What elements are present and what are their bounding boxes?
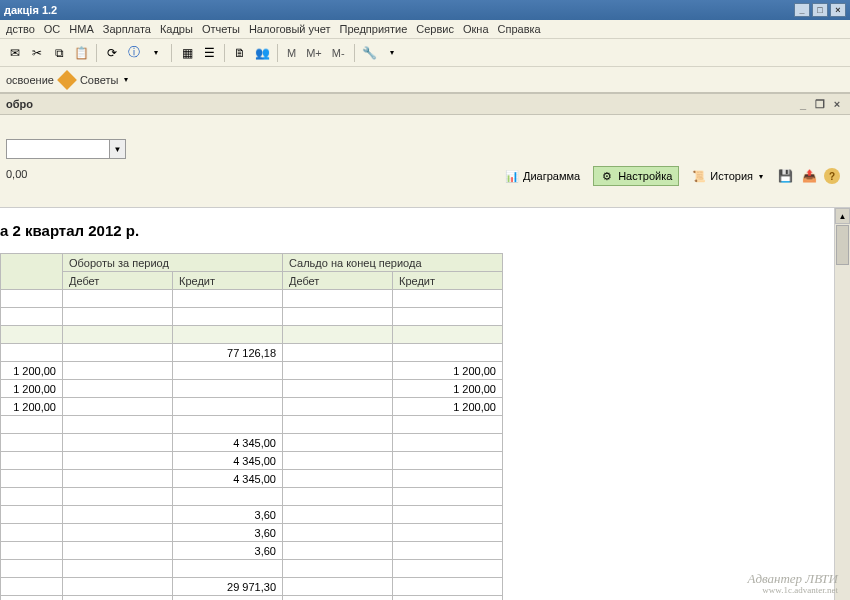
export-icon[interactable]: 📤 <box>800 167 818 185</box>
table-cell <box>173 362 283 380</box>
wrench-icon[interactable]: 🔧 <box>361 44 379 62</box>
table-cell <box>1 452 63 470</box>
table-row[interactable]: 77 126,18 <box>1 344 503 362</box>
table-header-debit: Дебет <box>283 272 393 290</box>
minimize-button[interactable]: _ <box>794 3 810 17</box>
chevron-down-icon[interactable]: ▼ <box>109 140 125 158</box>
table-cell <box>1 560 63 578</box>
diagram-button[interactable]: 📊 Диаграмма <box>498 166 587 186</box>
table-row[interactable] <box>1 416 503 434</box>
dropdown-icon[interactable]: ▾ <box>147 44 165 62</box>
scroll-up-icon[interactable]: ▲ <box>835 208 850 224</box>
table-cell <box>393 542 503 560</box>
memory-mminus[interactable]: M- <box>329 47 348 59</box>
table-cell: 29 971,30 <box>173 578 283 596</box>
table-cell <box>63 578 173 596</box>
table-cell <box>63 362 173 380</box>
help-icon[interactable]: ? <box>824 168 840 184</box>
menu-item[interactable]: ОС <box>44 23 61 35</box>
paste-icon[interactable]: 📋 <box>72 44 90 62</box>
table-cell: 1 200,00 <box>1 380 63 398</box>
table-cell <box>63 380 173 398</box>
chevron-down-icon[interactable]: ▾ <box>759 172 763 181</box>
table-cell <box>283 362 393 380</box>
menu-item[interactable]: Налоговый учет <box>249 23 331 35</box>
table-row[interactable]: 3,60 <box>1 506 503 524</box>
memory-m[interactable]: M <box>284 47 299 59</box>
save-icon[interactable]: 💾 <box>776 167 794 185</box>
table-row[interactable] <box>1 290 503 308</box>
settings-button[interactable]: ⚙ Настройка <box>593 166 679 186</box>
table-row[interactable]: 29 971,30 <box>1 596 503 601</box>
table-row[interactable] <box>1 560 503 578</box>
toolbar-sep <box>224 44 225 62</box>
table-row[interactable]: 4 345,00 <box>1 434 503 452</box>
table-row[interactable]: 4 345,00 <box>1 470 503 488</box>
table-cell <box>283 326 393 344</box>
doc-icon[interactable]: 🗎 <box>231 44 249 62</box>
table-cell <box>1 434 63 452</box>
menu-item[interactable]: Предприятие <box>340 23 408 35</box>
refresh-icon[interactable]: ⟳ <box>103 44 121 62</box>
table-cell <box>173 398 283 416</box>
filter-combobox[interactable]: ▼ <box>6 139 126 159</box>
table-cell <box>393 326 503 344</box>
scroll-thumb[interactable] <box>836 225 849 265</box>
table-cell <box>1 344 63 362</box>
table-row[interactable]: 3,60 <box>1 542 503 560</box>
main-menu: дство ОС НМА Зарплата Кадры Отчеты Налог… <box>0 20 850 39</box>
table-row[interactable]: 29 971,30 <box>1 578 503 596</box>
maximize-button[interactable]: □ <box>812 3 828 17</box>
table-row[interactable]: 1 200,001 200,00 <box>1 380 503 398</box>
menu-item[interactable]: Сервис <box>416 23 454 35</box>
table-cell <box>63 470 173 488</box>
table-cell <box>1 542 63 560</box>
table-row[interactable]: 1 200,001 200,00 <box>1 398 503 416</box>
close-button[interactable]: × <box>830 3 846 17</box>
mail-icon[interactable]: ✉ <box>6 44 24 62</box>
menu-item[interactable]: Кадры <box>160 23 193 35</box>
table-row[interactable] <box>1 488 503 506</box>
table-row[interactable]: 3,60 <box>1 524 503 542</box>
table-cell <box>283 560 393 578</box>
info-icon[interactable]: ⓘ <box>125 44 143 62</box>
sovety-button[interactable]: Советы <box>80 74 118 86</box>
secondary-toolbar: освоение Советы ▾ <box>0 67 850 93</box>
table-cell <box>1 488 63 506</box>
users-icon[interactable]: 👥 <box>253 44 271 62</box>
menu-item[interactable]: дство <box>6 23 35 35</box>
scissors-icon[interactable]: ✂ <box>28 44 46 62</box>
history-button[interactable]: 📜 История ▾ <box>685 166 770 186</box>
table-row[interactable] <box>1 326 503 344</box>
table-cell <box>63 452 173 470</box>
memory-mplus[interactable]: M+ <box>303 47 325 59</box>
copy-icon[interactable]: ⧉ <box>50 44 68 62</box>
table-cell: 1 200,00 <box>393 362 503 380</box>
dropdown-icon[interactable]: ▾ <box>124 75 128 84</box>
table-cell <box>283 308 393 326</box>
table-header <box>1 254 63 290</box>
menu-item[interactable]: Отчеты <box>202 23 240 35</box>
sub-maximize-button[interactable]: ❐ <box>813 97 827 111</box>
table-cell <box>393 596 503 601</box>
table-row[interactable]: 4 345,00 <box>1 452 503 470</box>
vertical-scrollbar[interactable]: ▲ <box>834 208 850 600</box>
table-cell <box>283 344 393 362</box>
dropdown-icon[interactable]: ▾ <box>383 44 401 62</box>
list-icon[interactable]: ☰ <box>200 44 218 62</box>
menu-item[interactable]: Окна <box>463 23 489 35</box>
table-cell <box>393 560 503 578</box>
table-cell <box>63 506 173 524</box>
table-cell <box>173 308 283 326</box>
table-row[interactable]: 1 200,001 200,00 <box>1 362 503 380</box>
table-row[interactable] <box>1 308 503 326</box>
menu-item[interactable]: НМА <box>69 23 93 35</box>
menu-item[interactable]: Зарплата <box>103 23 151 35</box>
menu-item[interactable]: Справка <box>498 23 541 35</box>
table-icon[interactable]: ▦ <box>178 44 196 62</box>
osvoenie-label[interactable]: освоение <box>6 74 54 86</box>
table-cell <box>1 308 63 326</box>
sub-close-button[interactable]: × <box>830 97 844 111</box>
sub-minimize-button[interactable]: _ <box>796 97 810 111</box>
table-cell <box>63 416 173 434</box>
